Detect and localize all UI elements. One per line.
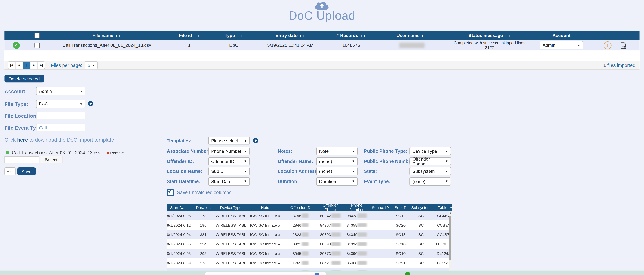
col-type[interactable]: Type⋮⋮: [212, 33, 256, 37]
mapping-select[interactable]: Start Date▼: [208, 177, 250, 185]
preview-col-header: Offender ID: [284, 205, 316, 210]
preview-cell-offender-phone: 86424: [317, 261, 344, 265]
col-status-message[interactable]: Status message⋮⋮: [446, 33, 533, 37]
last-page-button[interactable]: ▶: [38, 62, 45, 69]
account-label: Account:: [4, 89, 26, 94]
chevron-down-icon: ▼: [445, 170, 448, 173]
scrollbar-thumb[interactable]: [449, 216, 451, 260]
preview-col-header: Device Type: [216, 205, 246, 210]
select-all-checkbox[interactable]: [34, 32, 40, 38]
files-imported-status: 1 files imported: [603, 63, 635, 68]
preview-cell-note: ICW SC Inmate #: [246, 251, 284, 256]
select-file-button[interactable]: Select: [40, 156, 62, 163]
redacted-block: [358, 261, 367, 265]
chevron-down-icon: ▼: [352, 170, 355, 173]
preview-cell-offender-id: 3756: [284, 213, 316, 218]
preview-table-body: 8/1/2024 0:08178WIRELESS TABLETICW SC In…: [167, 211, 452, 275]
redacted-block: [302, 261, 308, 265]
prev-page-button[interactable]: ◀: [15, 62, 23, 69]
mapping-select[interactable]: (none)▼: [316, 167, 358, 175]
chevron-down-icon: ▼: [244, 170, 247, 173]
mapping-select[interactable]: (none)▼: [316, 157, 358, 165]
mapping-label: Notes:: [278, 149, 292, 154]
preview-cell-offender-phone: 80393: [317, 232, 344, 237]
selected-file-item: Call Transactions_After 08_01_2024_13.cs…: [6, 150, 125, 155]
mapping-label: Associate Number:: [167, 149, 210, 154]
first-page-button[interactable]: ◀: [8, 62, 15, 69]
preview-cell-offender-phone: 80342: [317, 213, 344, 218]
mapping-select[interactable]: (none)▼: [410, 177, 451, 185]
delete-selected-button[interactable]: Delete selected: [4, 75, 44, 82]
files-table-body: ✔ Call Transactions_After 08_01_2024_13.…: [4, 40, 639, 61]
success-check-icon: ✔: [12, 42, 20, 49]
col-user-name[interactable]: User name⋮⋮: [378, 33, 446, 37]
file-location-label: File Location: [4, 113, 36, 119]
col-file-name[interactable]: File name⋮⋮: [46, 33, 167, 37]
preview-cell-subsystem: SC: [410, 223, 432, 227]
mapping-select[interactable]: Offender Phone▼: [410, 157, 451, 165]
preview-cell-subsystem: SC: [410, 251, 432, 256]
add-template-icon[interactable]: +: [253, 138, 258, 143]
preview-cell-note: ICW SC Inmate #: [246, 242, 284, 246]
cell-status-message: Completed with success - skipped lines21…: [446, 40, 533, 50]
files-per-page-select[interactable]: 5▼: [85, 61, 98, 69]
selected-file-name: Call Transactions_After 08_01_2024_13.cs…: [12, 150, 100, 155]
col-entry-date[interactable]: Entry date⋮⋮: [256, 33, 325, 37]
save-button[interactable]: Save: [17, 167, 36, 175]
redacted-block: [302, 233, 308, 237]
sort-icon[interactable]: ⋮⋮: [299, 34, 305, 37]
remove-file-button[interactable]: ✕Remove: [106, 150, 125, 155]
col-file-id[interactable]: File id⋮⋮: [167, 33, 212, 37]
sort-icon[interactable]: ⋮⋮: [421, 34, 427, 37]
mapping-select[interactable]: Phone Number▼: [208, 147, 250, 155]
preview-scrollbar[interactable]: ▲: [449, 211, 452, 275]
mapping-select[interactable]: Device Type▼: [410, 147, 451, 155]
file-type-select[interactable]: DoC▼: [36, 100, 86, 108]
mapping-select[interactable]: Offender ID▼: [208, 157, 250, 165]
file-location-input[interactable]: [36, 112, 86, 119]
save-unmatched-checkbox[interactable]: [167, 189, 174, 196]
sort-icon[interactable]: ⋮⋮: [193, 34, 200, 37]
current-page-button[interactable]: 1: [22, 62, 30, 69]
cell-user-name-redacted: [378, 42, 446, 48]
chevron-down-icon: ▼: [92, 64, 94, 67]
preview-col-header: Sub ID: [391, 205, 410, 210]
preview-cell-device-type: WIRELESS TABLET: [216, 232, 246, 237]
preview-cell-start-date: 8/1/2024 0:12: [167, 223, 191, 227]
row-checkbox[interactable]: [34, 42, 40, 48]
preview-cell-start-date: 8/1/2024 0:04: [167, 232, 191, 237]
file-picker-box[interactable]: [4, 156, 40, 163]
file-event-type-input[interactable]: Call: [36, 124, 86, 131]
row-account-select[interactable]: Admin▼: [540, 41, 583, 49]
download-icon[interactable]: ↓: [604, 41, 612, 49]
mapping-select[interactable]: SubID▼: [208, 167, 250, 175]
preview-cell-duration: 324: [191, 242, 216, 246]
scroll-up-icon[interactable]: ▲: [449, 211, 452, 215]
sort-icon[interactable]: ⋮⋮: [359, 34, 366, 37]
add-file-type-icon[interactable]: +: [88, 101, 93, 106]
preview-cell-offender-id: 1765: [284, 261, 316, 265]
sort-icon[interactable]: ⋮⋮: [114, 34, 121, 37]
templates-select[interactable]: Please select...▼: [208, 137, 250, 145]
redacted-block: [399, 42, 425, 48]
cell-file-id: 1: [167, 43, 212, 47]
redacted-block: [302, 251, 308, 256]
here-link[interactable]: here: [17, 137, 28, 143]
redacted-block: [358, 214, 367, 218]
save-unmatched-label: Save unmatched columns: [177, 190, 232, 195]
preview-cell-device-type: WIRELESS TABLET: [216, 213, 246, 218]
account-select[interactable]: Admin▼: [36, 87, 86, 95]
chevron-down-icon: ▼: [445, 160, 448, 162]
preview-col-header: Source IP: [370, 205, 391, 210]
mapping-select[interactable]: Subsystem▼: [410, 167, 451, 175]
sort-icon[interactable]: ⋮⋮: [504, 34, 510, 37]
mapping-select[interactable]: Duration▼: [316, 177, 358, 185]
exit-button[interactable]: Exit: [4, 167, 16, 175]
mapping-select[interactable]: Note▼: [316, 147, 358, 155]
preview-cell-sub-id: SC10: [391, 251, 410, 256]
file-export-icon[interactable]: [620, 42, 626, 49]
next-page-button[interactable]: ▶: [30, 62, 38, 69]
col-records[interactable]: # Records⋮⋮: [325, 33, 378, 37]
x-icon: ✕: [106, 150, 110, 155]
sort-icon[interactable]: ⋮⋮: [236, 34, 242, 37]
